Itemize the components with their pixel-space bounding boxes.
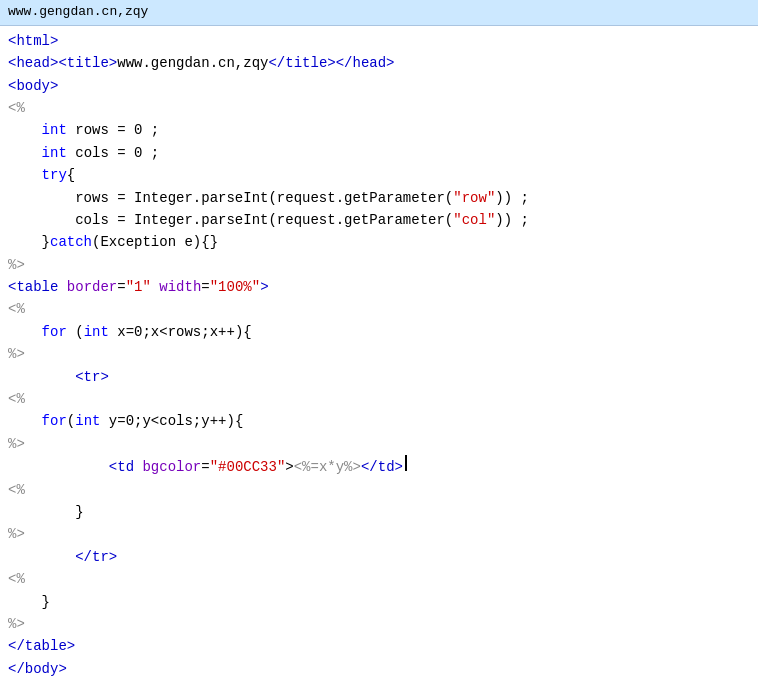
code-line: <td bgcolor="#00CC33"><%=x*y%></td> [0, 455, 758, 478]
attr-name-token: bgcolor [142, 456, 201, 478]
code-line: int rows = 0 ; [0, 119, 758, 141]
plain-token [8, 119, 42, 141]
tag-token: <tr> [75, 366, 109, 388]
code-line: <table border="1" width="100%"> [0, 276, 758, 298]
plain-token: www.gengdan.cn,zqy [117, 52, 268, 74]
tag-token: </title> [268, 52, 335, 74]
keyword-token: int [42, 119, 67, 141]
tag-token: </td> [361, 456, 403, 478]
plain-token: rows = Integer.parseInt(request.getParam… [8, 187, 453, 209]
plain-token: )) ; [495, 187, 529, 209]
text-cursor [405, 455, 407, 471]
attr-name-token: width [159, 276, 201, 298]
code-line: %> [0, 254, 758, 276]
code-line: </tr> [0, 546, 758, 568]
plain-token: cols = Integer.parseInt(request.getParam… [8, 209, 453, 231]
code-line: %> [0, 613, 758, 635]
jsp-tag-token: <% [8, 97, 25, 119]
code-line: int cols = 0 ; [0, 142, 758, 164]
plain-token [8, 410, 42, 432]
code-line: <% [0, 298, 758, 320]
plain-token: x=0;x<rows;x++){ [109, 321, 252, 343]
plain-token: } [8, 591, 50, 613]
number-token: 0 [134, 142, 142, 164]
plain-token: = [117, 276, 125, 298]
tag-token: <body> [8, 75, 58, 97]
code-line: </table> [0, 635, 758, 657]
tag-token: <title> [58, 52, 117, 74]
plain-token: y=0;y<cols;y++){ [100, 410, 243, 432]
tag-token: </table> [8, 635, 75, 657]
jsp-tag-token: <%=x*y%> [294, 456, 361, 478]
code-line: <head><title>www.gengdan.cn,zqy</title><… [0, 52, 758, 74]
plain-token: (Exception e){} [92, 231, 218, 253]
keyword-token: for [42, 321, 67, 343]
jsp-tag-token: %> [8, 343, 25, 365]
tag-token: <head> [8, 52, 58, 74]
code-line: try{ [0, 164, 758, 186]
plain-token: ( [67, 321, 84, 343]
keyword-token: catch [50, 231, 92, 253]
tag-token: <html> [8, 30, 58, 52]
plain-token: )) ; [495, 209, 529, 231]
code-line: <body> [0, 75, 758, 97]
plain-token [8, 321, 42, 343]
code-editor: www.gengdan.cn,zqy <html><head><title>ww… [0, 0, 758, 700]
keyword-token: for [42, 410, 67, 432]
code-line: }catch(Exception e){} [0, 231, 758, 253]
plain-token: rows = [67, 119, 134, 141]
plain-token [8, 164, 42, 186]
keyword-token: int [42, 142, 67, 164]
jsp-tag-token: %> [8, 613, 25, 635]
plain-token [8, 142, 42, 164]
code-line: <% [0, 568, 758, 590]
plain-token [151, 276, 159, 298]
code-line: for(int y=0;y<cols;y++){ [0, 410, 758, 432]
code-line: </body> [0, 658, 758, 680]
tag-token: <td [109, 456, 134, 478]
plain-token: ; [142, 119, 159, 141]
attr-name-token: border [67, 276, 117, 298]
code-line: %> [0, 433, 758, 455]
code-line: <% [0, 479, 758, 501]
keyword-token: try [42, 164, 67, 186]
code-line: <tr> [0, 366, 758, 388]
plain-token [134, 456, 142, 478]
plain-token: } [8, 231, 50, 253]
plain-token: { [67, 164, 75, 186]
code-area[interactable]: <html><head><title>www.gengdan.cn,zqy</t… [0, 26, 758, 684]
tag-token: </body> [8, 658, 67, 680]
attr-value-token: "#00CC33" [210, 456, 286, 478]
attr-value-token: "100%" [210, 276, 260, 298]
plain-token: = [201, 456, 209, 478]
string-token: "col" [453, 209, 495, 231]
title-text: www.gengdan.cn,zqy [8, 4, 148, 19]
jsp-tag-token: <% [8, 568, 25, 590]
plain-token [8, 546, 75, 568]
tag-token: </tr> [75, 546, 117, 568]
keyword-token: int [84, 321, 109, 343]
code-line: %> [0, 343, 758, 365]
code-line: cols = Integer.parseInt(request.getParam… [0, 209, 758, 231]
plain-token: ( [67, 410, 75, 432]
tag-token: </head> [336, 52, 395, 74]
plain-token [58, 276, 66, 298]
plain-token: cols = [67, 142, 134, 164]
plain-token: = [201, 276, 209, 298]
keyword-token: int [75, 410, 100, 432]
code-line: <% [0, 388, 758, 410]
plain-token: } [8, 501, 84, 523]
code-line: } [0, 501, 758, 523]
plain-token: ; [142, 142, 159, 164]
code-line: <html> [0, 30, 758, 52]
jsp-tag-token: <% [8, 298, 25, 320]
code-line: %> [0, 523, 758, 545]
number-token: 0 [134, 119, 142, 141]
jsp-tag-token: <% [8, 479, 25, 501]
code-line: for (int x=0;x<rows;x++){ [0, 321, 758, 343]
title-bar: www.gengdan.cn,zqy [0, 0, 758, 26]
string-token: "row" [453, 187, 495, 209]
jsp-tag-token: %> [8, 254, 25, 276]
jsp-tag-token: <% [8, 388, 25, 410]
attr-value-token: "1" [126, 276, 151, 298]
